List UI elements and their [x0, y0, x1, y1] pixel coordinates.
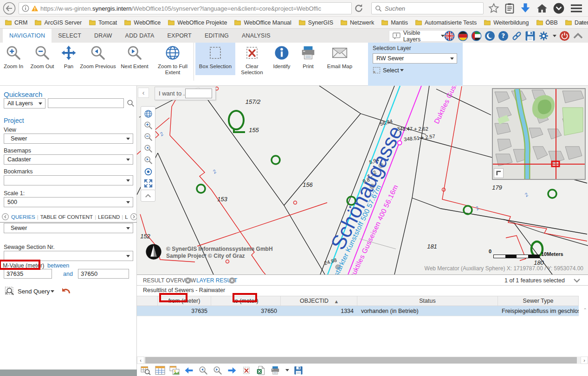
- save-result-button[interactable]: [293, 366, 304, 375]
- bookmark-item-weboffice[interactable]: WebOffice: [124, 19, 161, 26]
- bookmark-item-weboffice-manual[interactable]: WebOffice Manual: [234, 19, 291, 26]
- ribbon-tab-draw[interactable]: DRAW: [88, 29, 119, 43]
- back-icon[interactable]: [3, 2, 16, 15]
- tool-clear-selection[interactable]: Clear Selection: [235, 43, 269, 75]
- column-header-objectid[interactable]: OBJECTID▲: [281, 296, 357, 306]
- chevron-down-icon[interactable]: [51, 290, 54, 294]
- ribbon-tab-editing[interactable]: EDITING: [198, 29, 235, 43]
- column-header-sewer-type[interactable]: Sewer Type: [498, 296, 579, 306]
- selection-layer-select[interactable]: RW Sewer: [373, 53, 457, 64]
- mvalue-from-input[interactable]: [4, 269, 52, 279]
- quicksearch-search-icon[interactable]: [127, 99, 135, 107]
- default-tool[interactable]: [141, 166, 155, 178]
- tool-zoom-previous[interactable]: Zoom Previous: [80, 43, 116, 75]
- collapse-ribbon-button[interactable]: [573, 31, 583, 41]
- print-result-button[interactable]: [270, 366, 280, 375]
- logout-button[interactable]: [559, 31, 570, 41]
- bookmark-item-crm[interactable]: CRM: [5, 19, 27, 26]
- save-session-button[interactable]: [525, 31, 536, 41]
- overview-collapse-button[interactable]: [494, 168, 504, 178]
- reset-query-icon[interactable]: [61, 287, 71, 296]
- visible-layers-button[interactable]: Visible Layers: [389, 30, 448, 42]
- downloads-icon[interactable]: [520, 3, 531, 14]
- bookmark-item-daten[interactable]: Daten: [565, 19, 588, 26]
- panel-tab-queries[interactable]: QUERIES: [9, 214, 37, 220]
- zoom-in-tool[interactable]: [141, 120, 155, 131]
- tool-identify[interactable]: Identify: [269, 43, 295, 75]
- result-table-row[interactable]: 37635376501334vorhanden (in Betrieb)Frei…: [137, 306, 579, 316]
- bookmark-item--bb[interactable]: ÖBB: [536, 19, 558, 26]
- language-english-button[interactable]: [444, 31, 455, 41]
- previous-record-button[interactable]: [184, 366, 194, 375]
- panel-tabs-left-icon[interactable]: [2, 213, 9, 220]
- i-want-to-input[interactable]: [185, 89, 212, 98]
- column-header-status[interactable]: Status: [357, 296, 498, 306]
- zoom-out-tool[interactable]: [141, 131, 155, 143]
- bookmark-item-arcgis-server[interactable]: ArcGIS Server: [34, 19, 82, 26]
- bookmarks-select[interactable]: [4, 175, 133, 185]
- url-bar[interactable]: https://w-ws-ginten.synergis.intern/WebO…: [19, 2, 352, 14]
- send-query-button[interactable]: Send Query: [18, 288, 50, 295]
- scrollbar-thumb[interactable]: [145, 357, 577, 363]
- settings-button[interactable]: [538, 31, 549, 41]
- home-icon[interactable]: [536, 3, 548, 14]
- panel-tabs-right-icon[interactable]: [130, 213, 137, 220]
- tool-email-map[interactable]: Email Map: [322, 43, 358, 75]
- full-extent-tool[interactable]: [141, 178, 155, 189]
- quicksearch-input[interactable]: [48, 98, 124, 108]
- close-icon[interactable]: [229, 277, 235, 284]
- site-info-icon[interactable]: [22, 5, 29, 12]
- panel-tab-l[interactable]: L: [123, 214, 129, 220]
- horizontal-scrollbar[interactable]: ‹ ›: [137, 357, 588, 364]
- ribbon-tab-analysis[interactable]: ANALYSIS: [235, 29, 277, 43]
- show-table-button[interactable]: [155, 366, 165, 375]
- bookmark-star-icon[interactable]: [488, 3, 499, 14]
- tool-next-extent[interactable]: Next Extent: [116, 43, 153, 75]
- bookmark-item-mantis[interactable]: Mantis: [381, 19, 408, 26]
- pocket-icon[interactable]: [553, 3, 564, 14]
- bookmark-item-netzwerk[interactable]: Netzwerk: [340, 19, 374, 26]
- overview-tool[interactable]: [141, 108, 155, 120]
- scale-select[interactable]: 500: [4, 197, 133, 207]
- tool-zoom-to-full-extent[interactable]: Zoom to Full Extent: [153, 43, 192, 75]
- zoom-next-result-button[interactable]: [213, 366, 223, 375]
- overview-map[interactable]: [492, 88, 586, 180]
- mvalue-to-input[interactable]: [78, 269, 129, 279]
- night-mode-button[interactable]: [485, 31, 495, 41]
- browser-search-input[interactable]: [385, 5, 468, 12]
- project-info-icon[interactable]: [27, 117, 33, 124]
- language-german-button[interactable]: [458, 31, 468, 41]
- bookmark-item-weiterbildung[interactable]: Weiterbildung: [484, 19, 529, 26]
- map-canvas[interactable]: 157/215515615315218117918056,34348.47 + …: [137, 86, 588, 274]
- view-select[interactable]: Sewer: [4, 134, 133, 144]
- panel-tab-table-of-content[interactable]: TABLE OF CONTENT: [39, 214, 95, 220]
- help-button[interactable]: ?: [498, 31, 509, 41]
- next-record-button[interactable]: [227, 366, 237, 375]
- bookmarks-list-icon[interactable]: [504, 3, 515, 14]
- tool-print[interactable]: Print: [295, 43, 322, 75]
- close-icon[interactable]: [185, 277, 191, 284]
- scroll-left-icon[interactable]: ‹: [137, 357, 144, 364]
- column-header-from-meter-[interactable]: from (meter): [158, 296, 211, 306]
- column-header-to-meter-[interactable]: to (meter): [211, 296, 281, 306]
- chevron-down-icon[interactable]: [573, 278, 581, 283]
- export-view-button[interactable]: [169, 366, 180, 375]
- zoom-previous-tool[interactable]: [141, 143, 155, 154]
- select-tool-button[interactable]: Select: [373, 67, 458, 74]
- tool-pan[interactable]: Pan: [58, 43, 80, 75]
- sidebar-resize-bar[interactable]: [0, 370, 137, 376]
- panel-tab-legend[interactable]: LEGEND: [96, 214, 122, 220]
- tool-zoom-out[interactable]: Zoom Out: [27, 43, 58, 75]
- zoom-previous-result-button[interactable]: [198, 366, 208, 375]
- menu-icon[interactable]: [571, 3, 582, 14]
- scroll-right-icon[interactable]: ›: [581, 357, 588, 364]
- share-link-button[interactable]: [511, 31, 522, 41]
- ribbon-tab-export[interactable]: EXPORT: [161, 29, 198, 43]
- bookmark-item-weboffice-projekte[interactable]: WebOffice Projekte: [168, 19, 227, 26]
- result-scrollbar-up[interactable]: ⌃: [583, 307, 587, 312]
- browser-search-box[interactable]: [371, 2, 484, 14]
- zoom-next-tool[interactable]: [141, 154, 155, 166]
- map-toolbar-collapse-button[interactable]: [141, 190, 155, 202]
- bookmarks-overflow-button[interactable]: »: [580, 19, 583, 25]
- sidebar-collapse-button[interactable]: ‹: [138, 88, 149, 98]
